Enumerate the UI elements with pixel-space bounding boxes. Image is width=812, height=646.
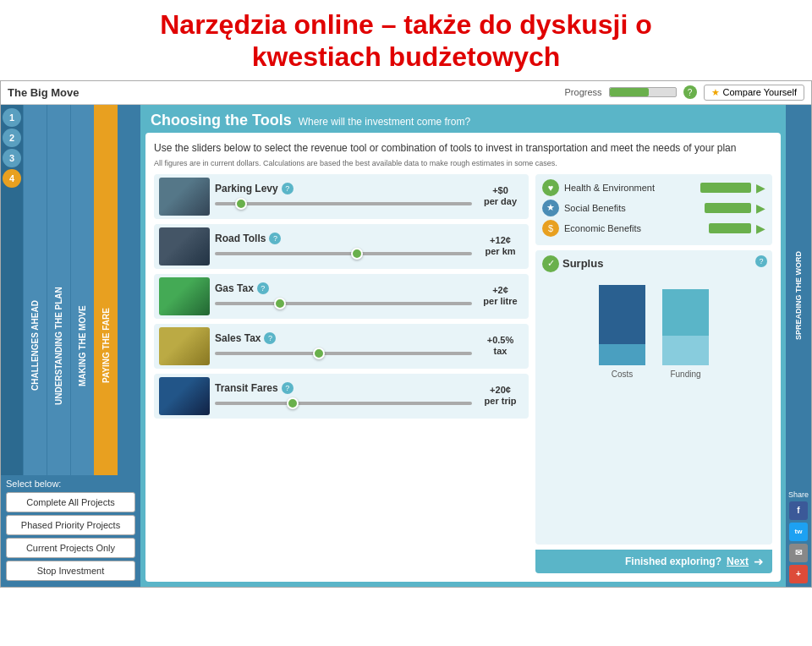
gas-tax-content: Gas Tax ? bbox=[215, 282, 472, 310]
sales-tax-track-wrap bbox=[215, 347, 472, 360]
health-label: Health & Environment bbox=[564, 183, 695, 193]
progress-bar-fill bbox=[610, 88, 650, 96]
transit-fares-image bbox=[159, 377, 210, 415]
app-name: The Big Move bbox=[8, 86, 80, 99]
progress-label: Progress bbox=[565, 87, 602, 97]
gas-tax-track-wrap bbox=[215, 297, 472, 310]
content-body: Use the sliders below to select the reve… bbox=[145, 133, 781, 582]
slider-parking-levy: Parking Levy ? +$0 bbox=[154, 174, 529, 219]
funding-segment-top bbox=[662, 336, 709, 365]
step-4[interactable]: 4 bbox=[3, 169, 21, 188]
economic-label: Economic Benefits bbox=[564, 223, 704, 233]
costs-segment-bottom bbox=[599, 285, 645, 344]
transit-fares-track-wrap bbox=[215, 397, 472, 410]
road-tolls-track-wrap bbox=[215, 247, 472, 260]
sales-tax-track bbox=[215, 352, 472, 355]
surplus-icon: ✓ bbox=[542, 255, 559, 272]
instruction-note: All figures are in current dollars. Calc… bbox=[154, 159, 772, 167]
select-below-label: Select below: bbox=[6, 479, 135, 489]
gas-tax-help[interactable]: ? bbox=[257, 282, 269, 294]
compare-button[interactable]: ★ Compare Yourself bbox=[704, 85, 804, 101]
share-label: Share bbox=[788, 490, 809, 499]
progress-bar bbox=[609, 87, 677, 97]
parking-levy-image bbox=[159, 178, 210, 216]
main-area: 1 2 3 4 CHALLENGES AHEAD UNDERSTANDING T… bbox=[1, 105, 811, 587]
costs-label: Costs bbox=[612, 370, 634, 379]
transit-fares-help[interactable]: ? bbox=[282, 382, 294, 394]
next-arrow-icon[interactable]: ➜ bbox=[754, 555, 764, 568]
progress-help-icon[interactable]: ? bbox=[683, 85, 697, 99]
sales-tax-image bbox=[159, 327, 210, 365]
road-tolls-content: Road Tolls ? bbox=[215, 233, 472, 260]
content-subtitle: Where will the investment come from? bbox=[299, 116, 470, 128]
step-1[interactable]: 1 bbox=[3, 108, 21, 127]
gas-tax-thumb[interactable] bbox=[274, 298, 286, 309]
costs-segment-top bbox=[599, 344, 645, 365]
social-label: Social Benefits bbox=[564, 203, 700, 213]
step-2[interactable]: 2 bbox=[3, 129, 21, 147]
surplus-panel: ✓ Surplus ? bbox=[535, 250, 772, 545]
surplus-bar-chart: Costs Funding bbox=[542, 277, 765, 379]
parking-levy-track bbox=[215, 202, 472, 205]
title-section: Narzędzia online – także do dyskusji o k… bbox=[0, 0, 812, 80]
parking-levy-content: Parking Levy ? bbox=[215, 183, 472, 211]
transit-fares-content: Transit Fares ? bbox=[215, 382, 472, 410]
sales-tax-value: +0.5% tax bbox=[477, 335, 524, 357]
sales-tax-help[interactable]: ? bbox=[264, 332, 276, 344]
parking-levy-thumb[interactable] bbox=[235, 198, 247, 210]
road-tolls-thumb[interactable] bbox=[351, 248, 363, 260]
scenario-stop-investment[interactable]: Stop Investment bbox=[6, 561, 135, 581]
transit-fares-value: +20¢ per trip bbox=[477, 385, 524, 407]
twitter-button[interactable]: tw bbox=[789, 523, 808, 541]
parking-levy-help[interactable]: ? bbox=[282, 183, 294, 194]
star-icon: ★ bbox=[711, 87, 720, 98]
surplus-title-row: ✓ Surplus bbox=[542, 255, 765, 272]
benefit-social: ★ Social Benefits ▶ bbox=[542, 200, 765, 216]
transit-fares-thumb[interactable] bbox=[287, 397, 299, 409]
costs-bar-stack bbox=[599, 285, 645, 365]
plus-button[interactable]: + bbox=[789, 565, 808, 583]
surplus-help-icon[interactable]: ? bbox=[755, 255, 767, 267]
slider-road-tolls: Road Tolls ? +12¢ bbox=[154, 224, 529, 269]
gas-tax-image bbox=[159, 277, 210, 315]
step-5-label[interactable]: SPREADING THE WORD bbox=[791, 105, 806, 487]
parking-levy-label: Parking Levy bbox=[215, 183, 278, 194]
social-bar bbox=[705, 203, 751, 213]
scenario-current-only[interactable]: Current Projects Only bbox=[6, 538, 135, 558]
sales-tax-label: Sales Tax bbox=[215, 332, 261, 344]
health-bar bbox=[700, 183, 751, 193]
sliders-column: Parking Levy ? +$0 bbox=[154, 174, 529, 573]
tools-panel: Parking Levy ? +$0 bbox=[154, 174, 772, 573]
gas-tax-label: Gas Tax bbox=[215, 282, 254, 294]
email-button[interactable]: ✉ bbox=[789, 544, 808, 562]
benefits-panel: ♥ Health & Environment ▶ ★ Social Benefi… bbox=[535, 174, 772, 245]
next-button[interactable]: Next bbox=[727, 556, 749, 567]
finished-text: Finished exploring? bbox=[625, 556, 721, 567]
funding-bar-stack bbox=[662, 289, 709, 365]
transit-fares-track bbox=[215, 402, 472, 405]
slider-sales-tax: Sales Tax ? +0.5% bbox=[154, 324, 529, 369]
right-column: ♥ Health & Environment ▶ ★ Social Benefi… bbox=[535, 174, 772, 573]
economic-bar bbox=[709, 223, 751, 233]
sales-tax-content: Sales Tax ? bbox=[215, 332, 472, 360]
surplus-title: Surplus bbox=[562, 257, 603, 270]
funding-segment-bottom bbox=[662, 289, 709, 336]
scenario-complete-all[interactable]: Complete All Projects bbox=[6, 492, 135, 512]
facebook-button[interactable]: f bbox=[789, 501, 808, 520]
slider-gas-tax: Gas Tax ? +2¢ bbox=[154, 274, 529, 319]
economic-icon: $ bbox=[542, 220, 559, 237]
costs-bar-group: Costs bbox=[599, 285, 645, 379]
benefit-economic: $ Economic Benefits ▶ bbox=[542, 220, 765, 237]
funding-bar-group: Funding bbox=[662, 289, 709, 379]
sales-tax-thumb[interactable] bbox=[313, 348, 325, 359]
slider-transit-fares: Transit Fares ? +20¢ bbox=[154, 374, 529, 419]
road-tolls-help[interactable]: ? bbox=[269, 233, 281, 244]
scenario-phased-priority[interactable]: Phased Priority Projects bbox=[6, 515, 135, 535]
parking-levy-track-wrap bbox=[215, 197, 472, 211]
road-tolls-label: Road Tolls bbox=[215, 233, 266, 244]
steps-sidebar: 1 2 3 4 CHALLENGES AHEAD UNDERSTANDING T… bbox=[1, 105, 140, 587]
finished-bar: Finished exploring? Next ➜ bbox=[535, 550, 772, 573]
parking-levy-value: +$0 per day bbox=[477, 185, 524, 207]
step-3[interactable]: 3 bbox=[3, 149, 21, 167]
content-title: Choosing the Tools bbox=[151, 112, 292, 129]
